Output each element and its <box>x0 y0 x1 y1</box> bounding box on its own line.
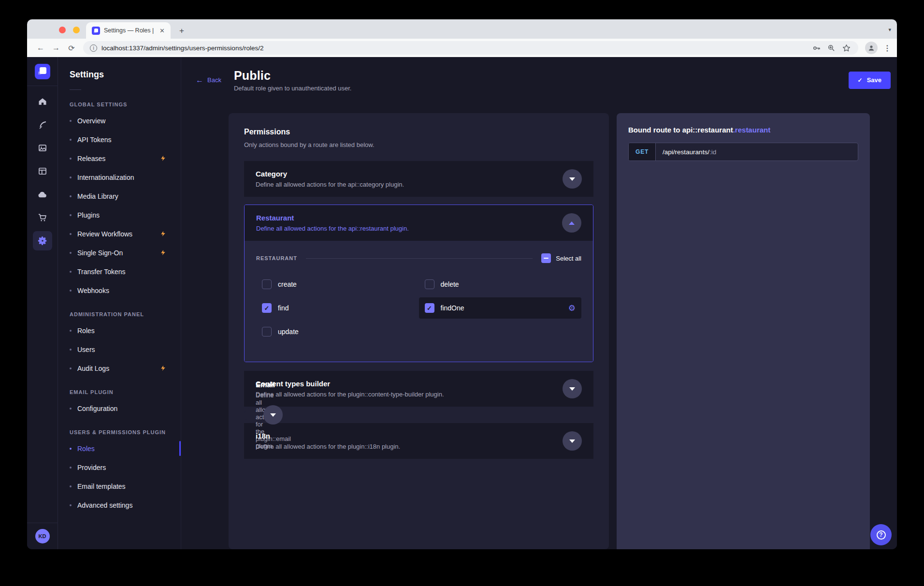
update-checkbox[interactable] <box>262 327 272 337</box>
action-update[interactable]: update <box>256 321 419 342</box>
accordion-email[interactable]: Email Define all allowed actions for the… <box>244 407 267 423</box>
strapi-favicon-icon <box>92 27 100 35</box>
save-button[interactable]: ✓ Save <box>849 72 891 89</box>
action-findone[interactable]: ✓ findOne ⚙ <box>419 297 582 319</box>
actions-grid: create delete ✓ find <box>256 274 581 342</box>
back-button[interactable]: ← <box>34 41 47 55</box>
forward-button[interactable]: → <box>49 41 63 55</box>
user-avatar[interactable]: KD <box>35 529 50 543</box>
tab-close-icon[interactable]: ✕ <box>159 27 166 34</box>
expand-toggle-button[interactable] <box>563 431 582 451</box>
tab-search-chevron-icon[interactable]: ▾ <box>888 27 891 33</box>
zoom-page-icon[interactable] <box>826 43 837 53</box>
expand-toggle-button[interactable] <box>563 379 582 398</box>
sidebar-item-plugins[interactable]: Plugins <box>58 205 181 224</box>
action-settings-gear-icon[interactable]: ⚙ <box>568 304 576 312</box>
sidebar-item-admin-roles[interactable]: Roles <box>58 321 181 340</box>
bullet-icon <box>70 448 72 450</box>
cloud-icon[interactable] <box>33 185 52 204</box>
sidebar-item-users[interactable]: Users <box>58 340 181 359</box>
back-link[interactable]: ← Back <box>196 76 221 84</box>
content-type-builder-icon[interactable] <box>33 161 52 181</box>
rail-bottom-divider <box>27 523 58 523</box>
settings-gear-icon[interactable] <box>33 231 52 250</box>
action-delete[interactable]: delete <box>419 274 582 295</box>
sidebar-item-single-sign-on[interactable]: Single Sign-On <box>58 243 181 262</box>
home-icon[interactable] <box>33 92 52 111</box>
http-method-badge: GET <box>629 143 656 161</box>
accordion-category[interactable]: Category Define all allowed actions for … <box>244 161 593 197</box>
collapse-toggle-button[interactable] <box>562 213 581 233</box>
chevron-down-icon <box>270 413 276 417</box>
main-content: ← Back Public Default role given to unau… <box>181 57 897 549</box>
sidebar-item-email-templates[interactable]: Email templates <box>58 477 181 496</box>
sidebar-item-internationalization[interactable]: Internationalization <box>58 168 181 187</box>
settings-subnav: Settings GLOBAL SETTINGS Overview API To… <box>58 57 181 549</box>
content-manager-feather-icon[interactable] <box>33 115 52 134</box>
back-arrow-icon: ← <box>196 76 203 84</box>
delete-checkbox[interactable] <box>425 279 434 289</box>
address-bar[interactable]: i localhost:1337/admin/settings/users-pe… <box>83 41 858 55</box>
subnav-title: Settings <box>58 70 181 80</box>
bullet-icon <box>70 485 72 487</box>
create-checkbox[interactable] <box>262 279 272 289</box>
bound-route-title: Bound route to api::restaurant.restauran… <box>628 126 858 134</box>
chevron-down-icon <box>569 177 575 181</box>
section-global-settings: GLOBAL SETTINGS <box>58 102 181 107</box>
section-email-plugin: EMAIL PLUGIN <box>58 389 181 395</box>
bookmark-star-icon[interactable] <box>841 43 852 53</box>
reload-button[interactable]: ⟳ <box>65 41 78 55</box>
media-library-icon[interactable] <box>33 138 52 158</box>
browser-tab[interactable]: Settings — Roles | Strapi ✕ <box>86 22 171 39</box>
sidebar-item-configuration[interactable]: Configuration <box>58 399 181 418</box>
rail-divider <box>27 86 58 86</box>
route-path: /api/restaurants/:id <box>656 143 723 161</box>
accordion-restaurant[interactable]: Restaurant Define all allowed actions fo… <box>245 205 593 241</box>
browser-profile-avatar[interactable] <box>865 42 878 54</box>
minimize-window-button[interactable] <box>73 27 80 33</box>
close-window-button[interactable] <box>59 27 66 33</box>
accordion-content-types-builder[interactable]: Content types builder Define all allowed… <box>244 371 593 407</box>
action-find[interactable]: ✓ find <box>256 297 419 319</box>
password-key-icon[interactable] <box>811 43 822 53</box>
bullet-icon <box>70 467 72 469</box>
bound-route-panel: Bound route to api::restaurant.restauran… <box>617 113 870 549</box>
permissions-subtitle: Only actions bound by a route are listed… <box>244 141 593 148</box>
sidebar-item-review-workflows[interactable]: Review Workflows <box>58 224 181 243</box>
sidebar-item-transfer-tokens[interactable]: Transfer Tokens <box>58 262 181 281</box>
marketplace-cart-icon[interactable] <box>33 208 52 227</box>
expand-toggle-button[interactable] <box>563 169 582 189</box>
accordion-i18n[interactable]: i18n Define all allowed actions for the … <box>244 423 593 459</box>
action-create[interactable]: create <box>256 274 419 295</box>
sidebar-item-media-library[interactable]: Media Library <box>58 187 181 205</box>
findone-checkbox[interactable]: ✓ <box>425 303 434 313</box>
find-checkbox[interactable]: ✓ <box>262 303 272 313</box>
sidebar-item-audit-logs[interactable]: Audit Logs <box>58 359 181 378</box>
sidebar-item-webhooks[interactable]: Webhooks <box>58 281 181 300</box>
bullet-icon <box>70 252 72 254</box>
select-all-control[interactable]: Select all <box>541 253 581 263</box>
sidebar-item-releases[interactable]: Releases <box>58 149 181 168</box>
new-tab-button[interactable]: + <box>176 26 188 36</box>
select-all-checkbox[interactable] <box>541 253 551 263</box>
url-text[interactable]: localhost:1337/admin/settings/users-perm… <box>101 44 807 52</box>
sidebar-item-api-tokens[interactable]: API Tokens <box>58 130 181 149</box>
accordion-restaurant-group: Restaurant Define all allowed actions fo… <box>244 205 593 362</box>
screen: Settings — Roles | Strapi ✕ + ▾ ← → ⟳ i … <box>0 0 924 586</box>
chevron-down-icon <box>569 387 575 391</box>
sidebar-item-advanced-settings[interactable]: Advanced settings <box>58 496 181 514</box>
route-row: GET /api/restaurants/:id <box>628 143 858 161</box>
strapi-logo-icon[interactable] <box>35 64 50 79</box>
sidebar-item-up-roles[interactable]: Roles <box>58 439 181 458</box>
site-info-icon[interactable]: i <box>90 44 97 52</box>
expand-toggle-button[interactable] <box>263 405 283 425</box>
entity-name: .restaurant <box>733 126 771 134</box>
bullet-icon <box>70 176 72 178</box>
section-divider <box>306 258 533 259</box>
sidebar-item-overview[interactable]: Overview <box>58 111 181 130</box>
bullet-icon <box>70 233 72 235</box>
sidebar-item-providers[interactable]: Providers <box>58 458 181 477</box>
browser-menu-icon[interactable]: ⋮ <box>883 44 891 53</box>
bullet-icon <box>70 120 72 122</box>
help-button[interactable]: ? <box>870 524 892 545</box>
